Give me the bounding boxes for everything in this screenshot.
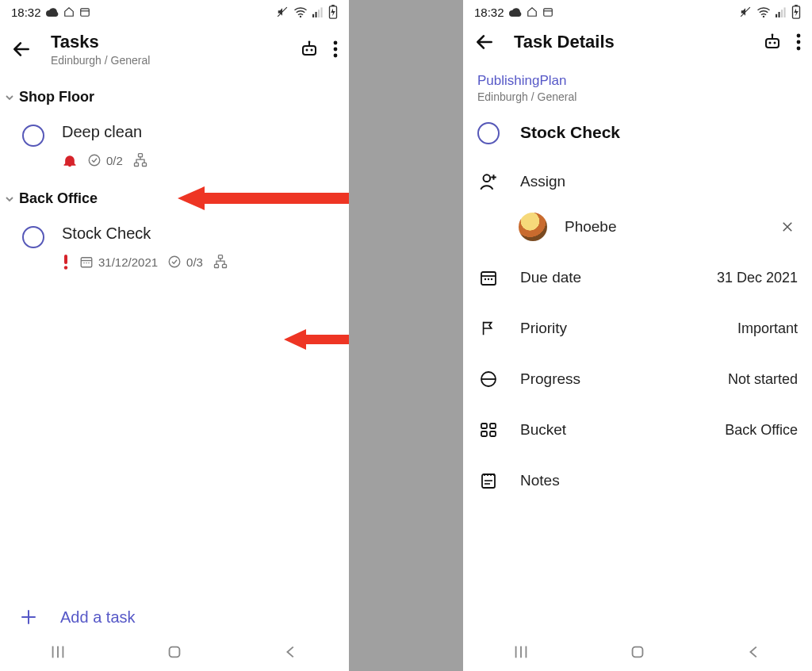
svg-rect-31 <box>214 264 218 267</box>
svg-rect-19 <box>138 154 142 157</box>
task-checkbox[interactable] <box>22 226 44 248</box>
svg-point-58 <box>485 278 486 280</box>
task-title: Deep clean <box>62 123 338 141</box>
svg-rect-66 <box>490 431 496 436</box>
svg-point-55 <box>484 174 491 182</box>
home-button[interactable] <box>629 643 646 661</box>
task-row[interactable]: Stock Check 31/12/2021 <box>0 213 349 278</box>
mute-icon <box>739 6 752 17</box>
svg-point-48 <box>769 42 772 44</box>
svg-rect-6 <box>318 10 320 17</box>
bucket-value: Back Office <box>725 422 798 439</box>
svg-point-17 <box>334 54 338 58</box>
svg-point-29 <box>169 256 180 267</box>
svg-point-40 <box>763 16 764 17</box>
assignee-chip[interactable]: Phoebe <box>463 208 812 252</box>
due-date-row[interactable]: Due date 31 Dec 2021 <box>463 252 812 303</box>
more-vertical-icon[interactable] <box>796 33 801 51</box>
signal-icon <box>776 6 787 17</box>
signal-icon <box>312 6 324 17</box>
back-button[interactable] <box>474 32 495 52</box>
bot-icon[interactable] <box>300 40 319 59</box>
checklist-icon <box>167 255 182 269</box>
progress-icon <box>477 370 500 389</box>
svg-point-27 <box>86 263 87 264</box>
flag-icon <box>477 319 500 338</box>
notes-label: Notes <box>520 472 798 489</box>
task-row[interactable]: Deep clean 0/2 <box>0 112 349 176</box>
svg-rect-46 <box>795 5 798 6</box>
svg-point-3 <box>300 16 301 17</box>
phone-task-details: 18:32 <box>463 0 812 671</box>
more-vertical-icon[interactable] <box>333 40 338 58</box>
status-time: 18:32 <box>474 6 504 19</box>
svg-rect-37 <box>543 9 552 16</box>
svg-point-59 <box>488 278 489 280</box>
home-button[interactable] <box>166 643 183 661</box>
svg-point-23 <box>64 266 67 269</box>
bucket-row[interactable]: Bucket Back Office <box>463 405 812 455</box>
back-nav-button[interactable] <box>282 643 300 661</box>
progress-value: Not started <box>728 371 798 388</box>
wifi-icon <box>293 6 308 17</box>
recents-button[interactable] <box>512 643 530 661</box>
calendar-icon <box>477 268 500 287</box>
svg-point-54 <box>797 47 801 51</box>
calendar-small-icon <box>542 6 553 17</box>
subtasks-icon <box>213 254 228 270</box>
checklist-count: 0/2 <box>106 154 123 167</box>
phone-tasks-list: 18:32 <box>0 0 349 671</box>
add-task-button[interactable]: Add a task <box>0 592 349 633</box>
task-checkbox[interactable] <box>22 125 44 147</box>
svg-point-49 <box>774 42 776 44</box>
section-back-office: Back Office Stock Check 31/12/20 <box>0 181 349 278</box>
svg-point-12 <box>311 49 313 52</box>
chevron-down-icon <box>5 93 14 102</box>
status-time: 18:32 <box>11 6 41 19</box>
bucket-icon <box>477 420 500 439</box>
svg-point-51 <box>772 34 774 36</box>
assign-row[interactable]: Assign <box>463 155 812 208</box>
subtasks-icon <box>132 152 148 168</box>
plan-link[interactable]: PublishingPlan <box>477 73 798 89</box>
progress-row[interactable]: Progress Not started <box>463 354 812 405</box>
svg-rect-10 <box>303 46 316 55</box>
svg-rect-30 <box>218 255 222 259</box>
priority-label: Priority <box>520 320 717 337</box>
wifi-icon <box>756 6 771 17</box>
android-nav-bar <box>463 633 812 671</box>
svg-point-18 <box>89 155 100 166</box>
svg-rect-7 <box>321 7 323 17</box>
assign-label: Assign <box>520 173 798 190</box>
svg-point-14 <box>308 41 311 44</box>
svg-point-16 <box>334 48 338 52</box>
svg-rect-63 <box>481 424 487 428</box>
task-checkbox[interactable] <box>477 122 500 144</box>
notes-row[interactable]: Notes <box>463 455 812 506</box>
bot-icon[interactable] <box>763 33 782 52</box>
svg-point-15 <box>334 41 338 45</box>
svg-rect-0 <box>80 9 89 16</box>
priority-value: Important <box>737 320 798 337</box>
section-shop-floor: Shop Floor Deep clean 0/2 <box>0 79 349 176</box>
mute-icon <box>276 6 289 17</box>
svg-rect-47 <box>766 39 779 48</box>
remove-assignee-button[interactable] <box>777 217 798 237</box>
section-header[interactable]: Back Office <box>0 184 349 213</box>
back-button[interactable] <box>11 39 32 59</box>
recents-button[interactable] <box>49 643 67 661</box>
back-nav-button[interactable] <box>745 643 763 661</box>
battery-charging-icon <box>328 5 338 19</box>
svg-rect-41 <box>776 14 777 17</box>
svg-rect-64 <box>490 424 496 428</box>
page-subtitle: Edinburgh / General <box>51 54 281 67</box>
priority-row[interactable]: Priority Important <box>463 303 812 354</box>
section-header[interactable]: Shop Floor <box>0 82 349 112</box>
app-bar: Tasks Edinburgh / General <box>0 24 349 79</box>
android-nav-bar <box>0 633 349 671</box>
cloud-icon <box>46 7 59 17</box>
svg-rect-4 <box>312 14 314 17</box>
assign-icon <box>477 171 500 192</box>
task-title-row: Stock Check <box>463 106 812 155</box>
page-title: Task Details <box>514 32 744 52</box>
